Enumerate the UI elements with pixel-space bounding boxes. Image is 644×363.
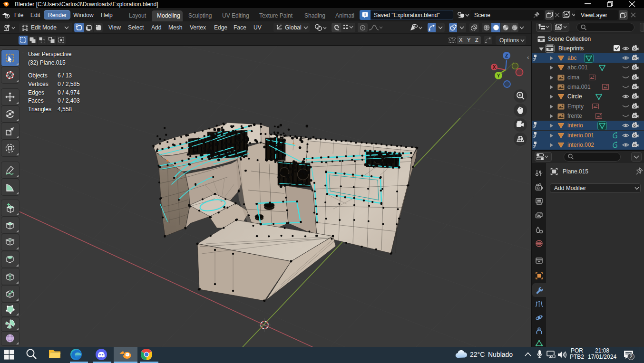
svg-text:Z: Z <box>505 53 508 58</box>
svg-text:X: X <box>493 65 496 70</box>
svg-text:Y: Y <box>497 73 500 78</box>
